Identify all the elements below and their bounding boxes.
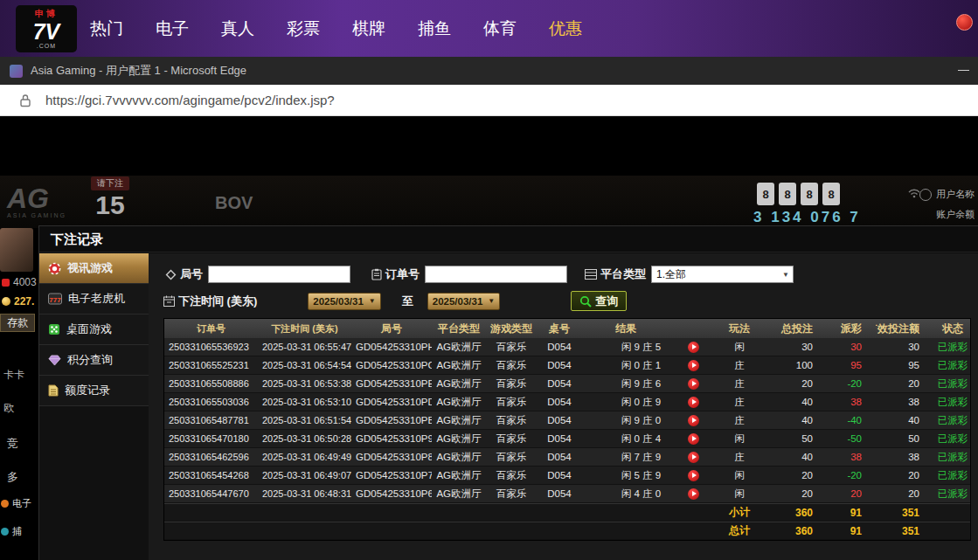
- play-video-button[interactable]: [688, 415, 699, 426]
- play-icon: [692, 491, 697, 496]
- side-link-5[interactable]: 电子: [1, 497, 31, 510]
- result: 闲 7 庄 9: [582, 448, 713, 466]
- order-input[interactable]: [425, 266, 567, 283]
- play-video-button[interactable]: [688, 342, 699, 353]
- bet-time: 2025-03-31 06:50:28: [258, 430, 351, 447]
- address-bar[interactable]: https://gci.7vvvvvv.com/agingame/pcv2/in…: [0, 85, 978, 116]
- side-link-5-label: 电子: [12, 497, 31, 510]
- sidebar-item-slot-machines[interactable]: 777 电子老虎机: [39, 284, 149, 315]
- nav-item-promo[interactable]: 优惠: [549, 17, 582, 40]
- sidebar-item-quota-records[interactable]: 额度记录: [39, 376, 149, 406]
- play-type: 闲: [713, 430, 766, 447]
- logo-brand-sub: .COM: [37, 43, 56, 49]
- column-header-status: 状态: [933, 319, 972, 338]
- deposit-button[interactable]: 存款: [0, 314, 35, 332]
- round-number: GD054253310P6: [351, 485, 432, 502]
- table-number: D054: [537, 485, 582, 502]
- bet-time: 2025-03-31 06:49:49: [258, 448, 351, 466]
- nav-item-lottery[interactable]: 彩票: [287, 17, 320, 40]
- column-header-platform-type: 平台类型: [432, 319, 486, 338]
- filter-row-2: 下注时间 (美东) 2025/03/31 ▼ 至 2025/03/31 ▼ 查询: [163, 291, 978, 311]
- table-row: 2503310654625962025-03-31 06:49:49GD0542…: [164, 448, 970, 467]
- total-bet: 20: [766, 467, 827, 484]
- valid-bet: 20: [876, 375, 933, 392]
- sidebar-item-points-query[interactable]: 积分查询: [39, 345, 149, 376]
- playing-card: 8: [757, 183, 774, 205]
- total-bet: 40: [766, 448, 827, 466]
- sidebar-item-table-games[interactable]: 桌面游戏: [39, 315, 149, 345]
- site-top-nav: 申博 7V .COM 热门 电子 真人 彩票 棋牌 捕鱼 体育 优惠: [0, 0, 978, 57]
- play-video-button[interactable]: [688, 397, 699, 408]
- platform-type: AG欧洲厅: [432, 430, 486, 447]
- minimize-button[interactable]: [958, 70, 969, 71]
- play-video-button[interactable]: [688, 360, 699, 371]
- nav-item-hot[interactable]: 热门: [90, 17, 123, 40]
- platform-type: AG欧洲厅: [432, 485, 486, 502]
- modal-content: 局号 订单号 平台类型 1.全部 ▼ 下注时间 (美东): [149, 253, 978, 560]
- nav-item-slots[interactable]: 电子: [156, 17, 189, 40]
- status: 已派彩: [933, 430, 972, 447]
- platform-type: AG欧洲厅: [432, 448, 486, 466]
- search-button[interactable]: 查询: [571, 291, 627, 311]
- stat-value-2: 227.: [14, 295, 34, 308]
- sum-total-bet: 360: [766, 522, 827, 539]
- filter-row-1: 局号 订单号 平台类型 1.全部 ▼: [165, 265, 978, 284]
- result-text: 闲 9 庄 5: [582, 341, 688, 354]
- result-text: 闲 5 庄 9: [582, 469, 688, 482]
- service-float-icon[interactable]: [956, 14, 973, 31]
- date-to-picker[interactable]: 2025/03/31 ▼: [427, 293, 500, 310]
- platform-type: AG欧洲厅: [432, 467, 486, 484]
- stat-badge-2: 227.: [2, 295, 34, 308]
- lock-icon[interactable]: [19, 93, 31, 107]
- platform-type: AG欧洲厅: [432, 375, 486, 392]
- play-video-button[interactable]: [688, 488, 699, 500]
- status: 已派彩: [933, 356, 972, 374]
- bet-timer-widget: 请下注 15: [91, 174, 129, 219]
- ag-watermark: AG ASIA GAMING: [7, 184, 66, 218]
- play-icon: [692, 363, 697, 368]
- status: 已派彩: [933, 375, 972, 392]
- bet-prompt-label: 请下注: [91, 176, 129, 190]
- nav-item-sports[interactable]: 体育: [483, 17, 517, 40]
- round-number: GD054253310P7: [351, 467, 432, 484]
- playing-card: 8: [779, 183, 796, 205]
- bet-time: 2025-03-31 06:49:07: [258, 467, 351, 484]
- svg-text:777: 777: [49, 296, 61, 304]
- site-logo[interactable]: 申博 7V .COM: [16, 5, 77, 52]
- play-video-button[interactable]: [688, 452, 699, 463]
- round-input[interactable]: [208, 266, 350, 283]
- play-video-button[interactable]: [688, 433, 699, 445]
- total-bet: 30: [766, 338, 827, 356]
- game-type: 百家乐: [486, 356, 537, 374]
- chevron-down-icon: ▼: [782, 271, 789, 279]
- side-link-4[interactable]: 多: [7, 469, 18, 485]
- valid-bet: 40: [876, 411, 933, 429]
- result-text: 闲 4 庄 0: [582, 487, 688, 501]
- platform-select[interactable]: 1.全部 ▼: [651, 266, 794, 283]
- payout: -20: [827, 467, 876, 484]
- table-row: 2503310655088862025-03-31 06:53:38GD0542…: [164, 375, 970, 393]
- bet-records-modal: 下注记录 视讯游戏 777 电子老虎机 桌面游戏 积分查询: [38, 225, 978, 560]
- order-number: 250331065447670: [164, 485, 258, 502]
- payout: 95: [827, 356, 876, 374]
- slot-777-icon: 777: [48, 293, 62, 305]
- nav-item-fishing[interactable]: 捕鱼: [418, 17, 451, 40]
- side-link-3[interactable]: 竞: [7, 436, 18, 452]
- sidebar-item-video-games[interactable]: 视讯游戏: [39, 253, 149, 284]
- side-link-1[interactable]: 卡卡: [3, 368, 24, 383]
- column-header-valid-bet: 有效投注额: [876, 319, 933, 338]
- search-icon: [579, 295, 592, 308]
- nav-item-live[interactable]: 真人: [221, 17, 254, 40]
- play-icon: [692, 381, 697, 386]
- play-video-button[interactable]: [688, 470, 699, 481]
- date-from-picker[interactable]: 2025/03/31 ▼: [308, 293, 380, 310]
- side-link-6[interactable]: 捕: [1, 525, 22, 538]
- platform-label: 平台类型: [600, 266, 646, 282]
- total-bet: 40: [766, 411, 827, 429]
- column-header-bet-time: 下注时间 (美东): [258, 319, 351, 338]
- play-video-button[interactable]: [688, 378, 699, 390]
- play-icon: [692, 436, 697, 441]
- side-link-2[interactable]: 欧: [3, 401, 14, 416]
- nav-item-cards[interactable]: 棋牌: [352, 17, 385, 40]
- user-icon: [919, 189, 932, 201]
